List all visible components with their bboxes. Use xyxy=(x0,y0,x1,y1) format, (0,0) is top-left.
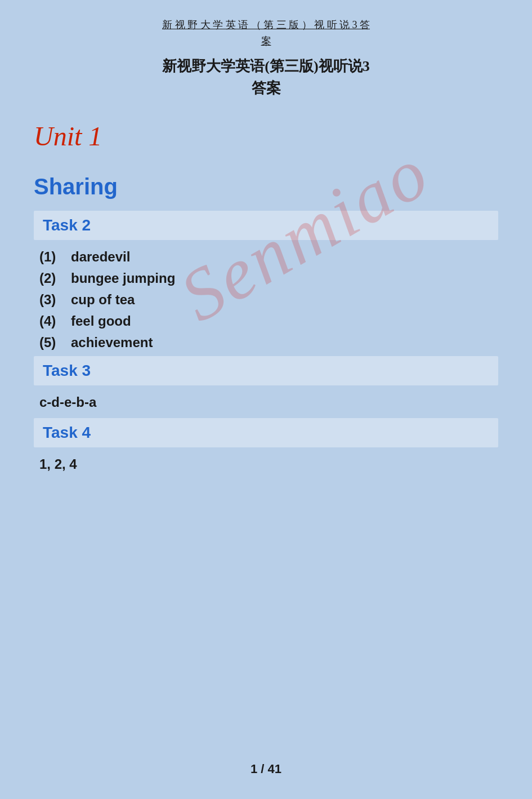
task-4-bar: Task 4 xyxy=(34,418,498,447)
answer-text-1: daredevil xyxy=(71,249,130,264)
answer-text-5: achievement xyxy=(71,335,153,350)
answer-item-5: (5) achievement xyxy=(34,335,498,350)
answer-text-4: feel good xyxy=(71,313,131,329)
main-title-text: 新视野大学英语(第三版)视听说3 xyxy=(162,58,369,74)
section-name: Sharing xyxy=(34,174,118,199)
answer-item-1: (1) daredevil xyxy=(34,249,498,265)
subtitle-text: 答案 xyxy=(252,80,281,96)
task-3-bar: Task 3 xyxy=(34,356,498,385)
main-title: 新视野大学英语(第三版)视听说3 xyxy=(34,55,498,77)
task-4-answer: 1, 2, 4 xyxy=(34,456,498,472)
section-sharing: Sharing xyxy=(34,174,498,199)
page-number: 1 / 41 xyxy=(251,762,281,776)
answer-num-4: (4) xyxy=(39,313,56,329)
task-4-title: Task 4 xyxy=(43,424,91,441)
answer-item-2: (2) bungee jumping xyxy=(34,270,498,286)
answer-text-2: bungee jumping xyxy=(71,270,175,286)
task-4-answer-text: 1, 2, 4 xyxy=(39,456,77,472)
task-3-answer-text: c-d-e-b-a xyxy=(39,394,96,410)
task-2-bar: Task 2 xyxy=(34,211,498,240)
answer-num-5: (5) xyxy=(39,335,56,350)
top-link-text: 新 视 野 大 学 英 语 （ 第 三 版 ） 视 听 说 3 答案 xyxy=(162,19,370,47)
answer-num-2: (2) xyxy=(39,270,56,286)
task-2-title: Task 2 xyxy=(43,216,91,234)
answer-item-4: (4) feel good xyxy=(34,313,498,329)
answer-num-1: (1) xyxy=(39,249,56,264)
task-3-title: Task 3 xyxy=(43,362,91,379)
main-subtitle: 答案 xyxy=(34,78,498,98)
answer-item-3: (3) cup of tea xyxy=(34,292,498,308)
task-3-answer: c-d-e-b-a xyxy=(34,394,498,410)
unit-heading-text: Unit 1 xyxy=(34,121,102,151)
answer-text-3: cup of tea xyxy=(71,292,135,307)
page-footer: 1 / 41 xyxy=(0,762,532,776)
unit-heading: Unit 1 xyxy=(34,121,498,152)
page-container: 新 视 野 大 学 英 语 （ 第 三 版 ） 视 听 说 3 答案 新视野大学… xyxy=(0,0,532,799)
top-link: 新 视 野 大 学 英 语 （ 第 三 版 ） 视 听 说 3 答案 xyxy=(34,17,498,50)
answer-num-3: (3) xyxy=(39,292,56,307)
